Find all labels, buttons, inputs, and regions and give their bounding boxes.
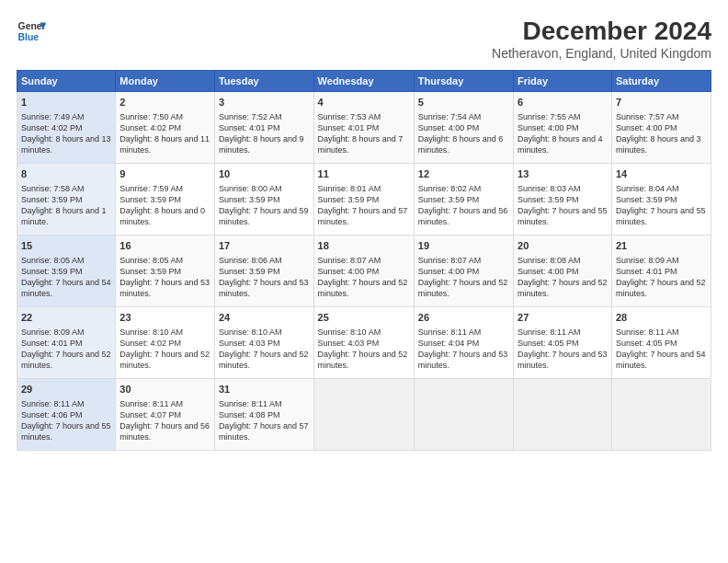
calendar-cell: 7Sunrise: 7:57 AMSunset: 4:00 PMDaylight… [611,92,711,164]
day-number: 17 [219,239,310,253]
calendar-header-wednesday: Wednesday [313,71,414,92]
calendar-cell [313,379,414,451]
daylight-label: Daylight: 7 hours and 52 minutes. [418,278,508,298]
sunrise: Sunrise: 8:05 AM [119,256,183,265]
sunrise: Sunrise: 8:00 AM [219,184,282,193]
calendar-header-thursday: Thursday [414,71,513,92]
calendar-cell: 1Sunrise: 7:49 AMSunset: 4:02 PMDaylight… [17,92,116,164]
sunrise: Sunrise: 8:10 AM [219,327,282,337]
calendar-cell: 23Sunrise: 8:10 AMSunset: 4:02 PMDayligh… [116,307,215,379]
sunrise: Sunrise: 7:55 AM [518,112,581,121]
sunset: Sunset: 4:04 PM [418,339,480,348]
daylight-label: Daylight: 8 hours and 7 minutes. [318,134,404,155]
day-number: 15 [21,239,111,253]
sunset: Sunset: 4:08 PM [219,410,280,419]
sunrise: Sunrise: 8:10 AM [318,327,381,337]
sunset: Sunset: 4:00 PM [418,267,480,276]
sunset: Sunset: 4:05 PM [518,339,579,348]
daylight-label: Daylight: 7 hours and 57 minutes. [318,206,408,226]
daylight-label: Daylight: 7 hours and 56 minutes. [119,421,210,442]
daylight-label: Daylight: 7 hours and 54 minutes. [21,278,111,298]
sunrise: Sunrise: 8:04 AM [616,184,679,193]
daylight-label: Daylight: 7 hours and 52 minutes. [21,350,111,370]
sunrise: Sunrise: 8:03 AM [518,184,581,193]
sunrise: Sunrise: 8:11 AM [418,327,482,337]
sunrise: Sunrise: 8:06 AM [219,256,282,265]
day-number: 6 [518,96,608,109]
calendar-cell: 26Sunrise: 8:11 AMSunset: 4:04 PMDayligh… [414,307,513,379]
sunset: Sunset: 3:59 PM [219,267,280,276]
day-number: 4 [318,96,410,109]
calendar-cell: 27Sunrise: 8:11 AMSunset: 4:05 PMDayligh… [514,307,612,379]
calendar-cell: 16Sunrise: 8:05 AMSunset: 3:59 PMDayligh… [116,236,215,307]
header: General Blue December 2024 Netheravon, E… [17,17,711,61]
calendar-cell: 25Sunrise: 8:10 AMSunset: 4:03 PMDayligh… [313,307,414,379]
daylight-label: Daylight: 8 hours and 1 minute. [21,206,107,226]
title-block: December 2024 Netheravon, England, Unite… [492,17,711,61]
daylight-label: Daylight: 7 hours and 52 minutes. [616,278,706,298]
day-number: 25 [318,311,410,325]
daylight-label: Daylight: 7 hours and 53 minutes. [418,350,508,370]
daylight-label: Daylight: 7 hours and 52 minutes. [219,350,309,370]
day-number: 3 [219,96,310,109]
sunset: Sunset: 3:59 PM [119,195,181,204]
day-number: 11 [318,167,410,181]
sunset: Sunset: 4:01 PM [21,339,83,348]
calendar-cell: 18Sunrise: 8:07 AMSunset: 4:00 PMDayligh… [313,236,414,307]
calendar-cell: 4Sunrise: 7:53 AMSunset: 4:01 PMDaylight… [313,92,414,164]
daylight-label: Daylight: 8 hours and 11 minutes. [119,134,210,155]
sunset: Sunset: 3:59 PM [119,267,181,276]
daylight-label: Daylight: 7 hours and 57 minutes. [219,421,309,442]
sunrise: Sunrise: 8:09 AM [21,327,85,337]
day-number: 14 [616,167,707,181]
calendar-cell: 9Sunrise: 7:59 AMSunset: 3:59 PMDaylight… [116,164,215,236]
calendar-cell: 30Sunrise: 8:11 AMSunset: 4:07 PMDayligh… [116,379,215,451]
calendar-cell: 2Sunrise: 7:50 AMSunset: 4:02 PMDaylight… [116,92,215,164]
sunrise: Sunrise: 7:50 AM [119,112,183,121]
daylight-label: Daylight: 7 hours and 59 minutes. [219,206,309,226]
sunset: Sunset: 4:06 PM [21,410,83,419]
sunrise: Sunrise: 7:54 AM [418,112,482,121]
calendar-week-4: 22Sunrise: 8:09 AMSunset: 4:01 PMDayligh… [17,307,711,379]
sunrise: Sunrise: 8:09 AM [616,256,679,265]
day-number: 18 [318,239,410,253]
calendar-cell: 29Sunrise: 8:11 AMSunset: 4:06 PMDayligh… [17,379,116,451]
day-number: 24 [219,311,310,325]
calendar-cell: 19Sunrise: 8:07 AMSunset: 4:00 PMDayligh… [414,236,513,307]
day-number: 19 [418,239,509,253]
daylight-label: Daylight: 8 hours and 6 minutes. [418,134,504,155]
calendar-cell: 3Sunrise: 7:52 AMSunset: 4:01 PMDaylight… [214,92,313,164]
day-number: 10 [219,167,310,181]
daylight-label: Daylight: 7 hours and 55 minutes. [518,206,608,226]
svg-text:Blue: Blue [18,32,40,42]
sunset: Sunset: 4:02 PM [21,123,83,132]
day-number: 16 [119,239,210,253]
daylight-label: Daylight: 7 hours and 52 minutes. [518,278,608,298]
sunset: Sunset: 4:03 PM [318,339,380,348]
day-number: 23 [119,311,210,325]
calendar-week-1: 1Sunrise: 7:49 AMSunset: 4:02 PMDaylight… [17,92,711,164]
calendar-cell: 6Sunrise: 7:55 AMSunset: 4:00 PMDaylight… [514,92,612,164]
sunrise: Sunrise: 8:07 AM [318,256,381,265]
calendar-cell: 11Sunrise: 8:01 AMSunset: 3:59 PMDayligh… [313,164,414,236]
calendar-cell: 31Sunrise: 8:11 AMSunset: 4:08 PMDayligh… [214,379,313,451]
calendar-cell: 17Sunrise: 8:06 AMSunset: 3:59 PMDayligh… [214,236,313,307]
day-number: 13 [518,167,608,181]
day-number: 28 [616,311,707,325]
day-number: 9 [119,167,210,181]
sunset: Sunset: 4:05 PM [616,339,677,348]
sunset: Sunset: 4:01 PM [616,267,677,276]
calendar-cell: 12Sunrise: 8:02 AMSunset: 3:59 PMDayligh… [414,164,513,236]
daylight-label: Daylight: 7 hours and 52 minutes. [119,350,210,370]
sunrise: Sunrise: 8:11 AM [518,327,581,337]
page-subtitle: Netheravon, England, United Kingdom [492,46,711,61]
sunset: Sunset: 3:59 PM [616,195,677,204]
day-number: 29 [21,383,111,396]
day-number: 7 [616,96,707,109]
calendar-cell: 8Sunrise: 7:58 AMSunset: 3:59 PMDaylight… [17,164,116,236]
daylight-label: Daylight: 7 hours and 53 minutes. [518,350,608,370]
day-number: 21 [616,239,707,253]
sunset: Sunset: 3:59 PM [318,195,380,204]
calendar-cell: 15Sunrise: 8:05 AMSunset: 3:59 PMDayligh… [17,236,116,307]
sunset: Sunset: 4:00 PM [616,123,677,132]
